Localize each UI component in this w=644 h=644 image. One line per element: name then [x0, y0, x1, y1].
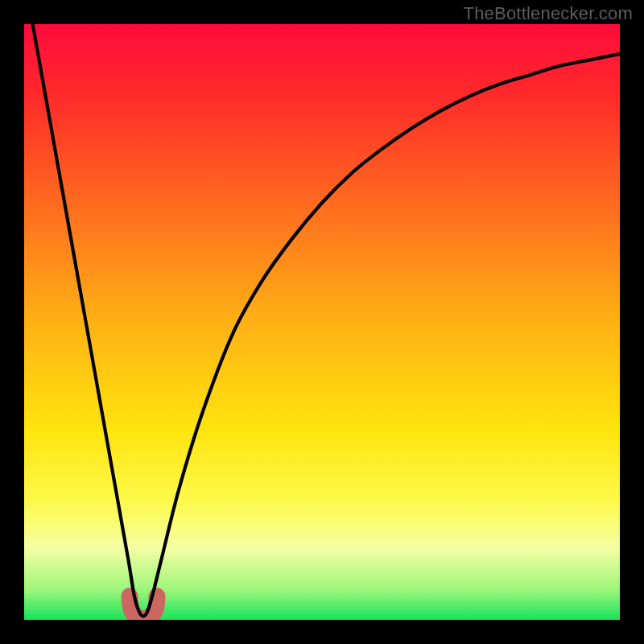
chart-frame: TheBottlenecker.com	[0, 0, 644, 644]
svg-rect-0	[24, 24, 620, 620]
background-gradient	[24, 24, 620, 620]
watermark-text: TheBottlenecker.com	[464, 3, 633, 24]
plot-area	[24, 24, 620, 620]
